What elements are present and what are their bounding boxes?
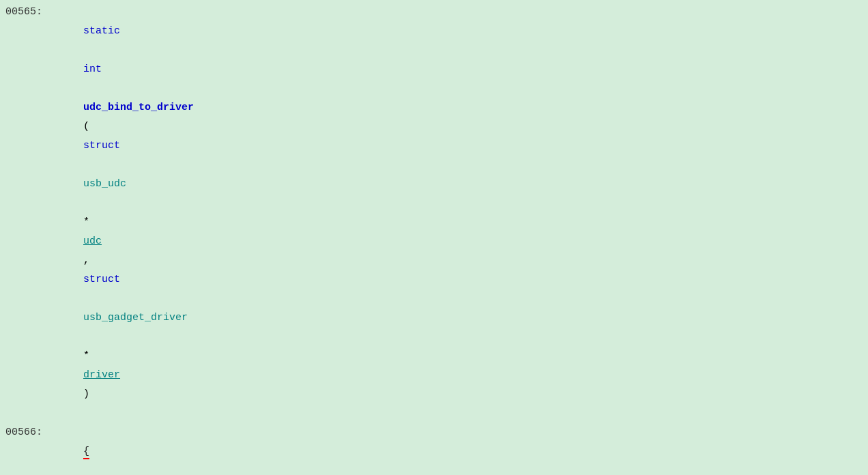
brace-open: { (83, 446, 89, 459)
function-name: udc_bind_to_driver (83, 102, 194, 113)
line-number-565: 00565: (5, 3, 46, 22)
code-container: 00565: static int udc_bind_to_driver ( s… (0, 0, 868, 475)
param-udc: udc (83, 235, 102, 247)
asterisk2: * (83, 350, 89, 362)
keyword-struct1: struct (83, 140, 120, 152)
paren-close: ) (83, 388, 89, 400)
type-usb-gadget-driver: usb_gadget_driver (83, 312, 188, 323)
param-driver: driver (83, 369, 120, 381)
line-content-566: { (46, 423, 89, 475)
space (83, 197, 89, 209)
keyword-static: static (83, 25, 120, 37)
keyword-int: int (83, 63, 102, 75)
line-number-566: 00566: (5, 423, 46, 442)
keyword-struct2: struct (83, 274, 120, 285)
code-line-566: 00566: { (0, 423, 868, 475)
line-content-565: static int udc_bind_to_driver ( struct u… (46, 3, 194, 423)
space (83, 83, 89, 94)
space (83, 293, 89, 304)
paren: ( (83, 121, 89, 132)
asterisk: * (83, 216, 89, 228)
comma: , (83, 255, 96, 266)
space (83, 44, 89, 56)
space (83, 159, 89, 171)
type-usb-udc: usb_udc (83, 178, 126, 190)
code-line-565: 00565: static int udc_bind_to_driver ( s… (0, 3, 868, 423)
space (83, 331, 89, 343)
